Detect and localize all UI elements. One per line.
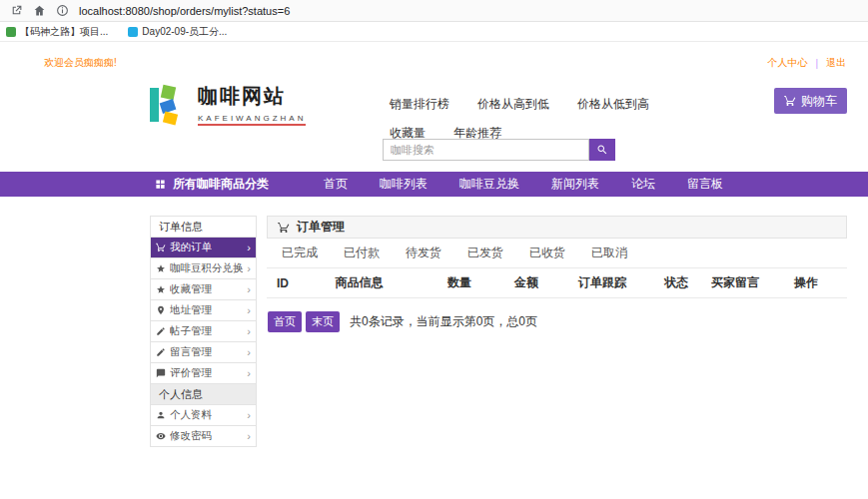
welcome-text: 欢迎会员痴痴痴! (44, 56, 117, 70)
chevron-right-icon: › (247, 284, 251, 295)
sidebar: 订单信息 我的订单 › 咖啡豆积分兑换 › 收藏管理 › 地址管理 › 帖子管理… (150, 216, 257, 447)
cart-icon (784, 95, 796, 107)
tab-to-ship[interactable]: 待发货 (393, 239, 454, 267)
edit-icon (156, 326, 166, 336)
chevron-right-icon: › (247, 431, 251, 442)
star-icon (156, 284, 166, 294)
order-status-tabs: 已完成 已付款 待发货 已发货 已收货 已取消 (267, 239, 847, 268)
column-header-id: ID (267, 276, 307, 290)
bookmark-item[interactable]: 【码神之路】项目... (6, 25, 108, 39)
home-icon[interactable] (33, 4, 46, 17)
profile-center-link[interactable]: 个人中心 (767, 56, 807, 70)
column-header-quantity: 数量 (412, 274, 507, 291)
logo-text: 咖啡网站 KAFEIWANGZHAN (198, 85, 306, 126)
screen: localhost:8080/shop/orders/mylist?status… (0, 0, 868, 499)
cart-button[interactable]: 购物车 (774, 88, 847, 114)
sort-price-asc-link[interactable]: 价格从低到高 (577, 96, 649, 113)
chevron-right-icon: › (247, 368, 251, 379)
logo-subtitle: KAFEIWANGZHAN (198, 114, 306, 126)
bookmark-label: 【码神之路】项目... (20, 25, 108, 39)
category-menu[interactable]: 所有咖啡商品分类 (155, 176, 269, 193)
eye-icon (156, 431, 166, 441)
sidebar-item-messages[interactable]: 留言管理 › (151, 342, 256, 363)
search-button[interactable] (589, 139, 615, 161)
logo-mark-icon (148, 84, 190, 126)
sidebar-section-orders: 订单信息 (151, 217, 256, 238)
sort-sales-link[interactable]: 销量排行榜 (390, 96, 449, 113)
last-page-button[interactable]: 末页 (306, 311, 340, 332)
sidebar-item-favorites[interactable]: 收藏管理 › (151, 279, 256, 300)
star-icon (156, 263, 166, 273)
column-header-status: 状态 (659, 274, 693, 291)
nav-links: 首页 咖啡列表 咖啡豆兑换 新闻列表 论坛 留言板 (324, 176, 723, 193)
sidebar-section-personal: 个人信息 (151, 384, 256, 405)
chevron-right-icon: › (247, 410, 251, 421)
chevron-right-icon: › (247, 263, 251, 274)
nav-item-home[interactable]: 首页 (324, 176, 348, 193)
logo-title: 咖啡网站 (198, 85, 306, 107)
account-links: 个人中心 | 退出 (767, 56, 846, 70)
site-logo[interactable]: 咖啡网站 KAFEIWANGZHAN (148, 84, 306, 126)
sidebar-item-reviews[interactable]: 评价管理 › (151, 363, 256, 384)
category-menu-label: 所有咖啡商品分类 (173, 176, 269, 193)
nav-item-message-board[interactable]: 留言板 (687, 176, 723, 193)
sidebar-item-password[interactable]: 修改密码 › (151, 426, 256, 447)
sidebar-item-bean-points[interactable]: 咖啡豆积分兑换 › (151, 258, 256, 279)
column-header-product-info: 商品信息 (307, 274, 412, 291)
logout-link[interactable]: 退出 (826, 56, 846, 70)
search-bar (383, 139, 615, 161)
first-page-button[interactable]: 首页 (268, 311, 302, 332)
tab-paid[interactable]: 已付款 (331, 239, 393, 267)
tab-completed[interactable]: 已完成 (269, 239, 331, 267)
bookmark-favicon (128, 27, 138, 37)
main-navbar: 所有咖啡商品分类 首页 咖啡列表 咖啡豆兑换 新闻列表 论坛 留言板 (0, 172, 868, 197)
chevron-right-icon: › (247, 305, 251, 316)
info-icon[interactable] (56, 4, 69, 17)
url-bar[interactable]: localhost:8080/shop/orders/mylist?status… (79, 5, 290, 17)
cart-button-label: 购物车 (801, 93, 837, 110)
search-icon (596, 144, 608, 156)
comment-icon (156, 368, 166, 378)
tab-shipped[interactable]: 已发货 (454, 239, 516, 267)
tab-cancelled[interactable]: 已取消 (578, 239, 640, 267)
pagination: 首页 末页 共0条记录，当前显示第0页，总0页 (268, 311, 537, 332)
tab-received[interactable]: 已收货 (516, 239, 578, 267)
browser-chrome: localhost:8080/shop/orders/mylist?status… (0, 0, 868, 22)
column-header-tracking: 订单跟踪 (545, 274, 659, 291)
chevron-right-icon: › (247, 243, 251, 253)
column-header-actions: 操作 (777, 274, 835, 291)
search-input[interactable] (383, 139, 589, 161)
column-header-amount: 金额 (507, 274, 545, 291)
panel-header: 订单管理 (267, 216, 847, 239)
cart-icon (278, 222, 290, 234)
edit-icon (156, 347, 166, 357)
nav-item-news[interactable]: 新闻列表 (551, 176, 599, 193)
location-pin-icon (156, 305, 166, 315)
nav-item-forum[interactable]: 论坛 (631, 176, 655, 193)
bookmark-label: Day02-09-员工分... (142, 25, 227, 39)
user-icon (156, 410, 166, 420)
nav-item-coffee-list[interactable]: 咖啡列表 (380, 176, 428, 193)
column-header-buyer-message: 买家留言 (693, 274, 777, 291)
chevron-right-icon: › (247, 326, 251, 337)
divider: | (815, 58, 818, 69)
sort-price-desc-link[interactable]: 价格从高到低 (477, 96, 549, 113)
sidebar-item-my-orders[interactable]: 我的订单 › (151, 238, 256, 258)
bookmark-item[interactable]: Day02-09-员工分... (128, 25, 227, 39)
orders-table-header: ID 商品信息 数量 金额 订单跟踪 状态 买家留言 操作 (267, 268, 847, 298)
pagination-summary: 共0条记录，当前显示第0页，总0页 (350, 313, 537, 330)
nav-item-bean-exchange[interactable]: 咖啡豆兑换 (459, 176, 519, 193)
sidebar-item-profile[interactable]: 个人资料 › (151, 405, 256, 426)
chevron-right-icon: › (247, 347, 251, 358)
panel-title: 订单管理 (297, 219, 345, 236)
bookmarks-bar: 【码神之路】项目... Day02-09-员工分... (0, 22, 868, 42)
sidebar-item-posts[interactable]: 帖子管理 › (151, 321, 256, 342)
grid-icon (155, 179, 166, 190)
bookmark-favicon (6, 27, 16, 37)
external-link-icon[interactable] (10, 4, 23, 17)
sidebar-item-address[interactable]: 地址管理 › (151, 300, 256, 321)
cart-icon (156, 243, 166, 252)
